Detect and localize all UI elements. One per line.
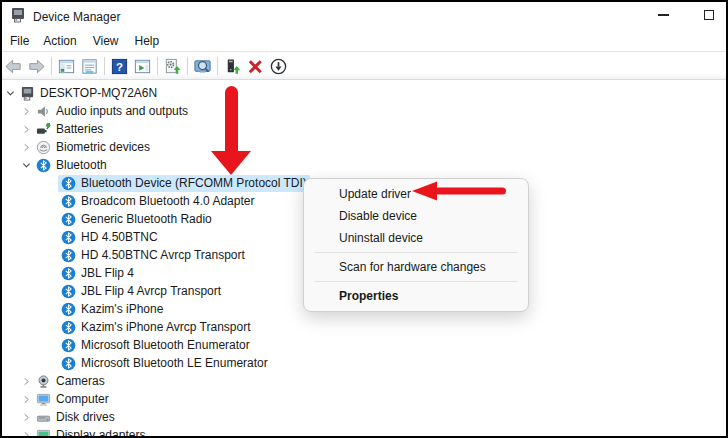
update-driver-icon[interactable] (221, 55, 244, 78)
tree-item[interactable]: Microsoft Bluetooth LE Enumerator (2, 354, 726, 372)
device-manager-window: Device Manager File Action View Help ? D… (0, 0, 728, 438)
tree-item-label: JBL Flip 4 Avrcp Transport (81, 284, 221, 298)
tree-item-label: HD 4.50BTNC Avrcp Transport (81, 248, 245, 262)
tree-item[interactable]: Audio inputs and outputs (2, 102, 726, 120)
tree-item-content: Microsoft Bluetooth LE Enumerator (58, 355, 271, 372)
tree-item-label: Biometric devices (56, 140, 150, 154)
bluetooth-icon (61, 212, 76, 227)
chevron-expanded-icon[interactable] (4, 87, 17, 100)
tree-item[interactable]: Kazim's iPhone Avrcp Transport (2, 318, 726, 336)
tree-item-content: Microsoft Bluetooth Enumerator (58, 337, 253, 354)
audio-icon (36, 104, 51, 119)
tree-item-label: Bluetooth (56, 158, 107, 172)
bluetooth-icon (61, 356, 76, 371)
tree-item-label: Display adapters (56, 428, 145, 436)
tree-item-content: JBL Flip 4 (58, 265, 137, 282)
tree-item-label: Generic Bluetooth Radio (81, 212, 212, 226)
context-menu-disable-device[interactable]: Disable device (304, 205, 528, 227)
menu-bar: File Action View Help (0, 30, 728, 52)
window-title: Device Manager (33, 10, 120, 24)
chevron-collapsed-icon[interactable] (20, 429, 33, 437)
menu-help[interactable]: Help (129, 32, 166, 50)
biometric-icon (36, 140, 51, 155)
maximize-icon (704, 10, 714, 20)
tree-item[interactable]: Display adapters (2, 426, 726, 436)
tree-item[interactable]: Batteries (2, 120, 726, 138)
forward-icon[interactable] (25, 55, 48, 78)
bluetooth-icon (61, 266, 76, 281)
toolbar-separator (157, 57, 158, 75)
context-menu-separator (314, 252, 518, 253)
tree-item[interactable]: Bluetooth (2, 156, 726, 174)
help-icon[interactable]: ? (108, 55, 131, 78)
camera-icon (36, 374, 51, 389)
bluetooth-icon (36, 158, 51, 173)
update-driver-software-icon[interactable] (161, 55, 184, 78)
tree-item[interactable]: Biometric devices (2, 138, 726, 156)
tree-item-content: Cameras (33, 373, 108, 390)
toolbar-separator (187, 57, 188, 75)
tree-item[interactable]: Computer (2, 390, 726, 408)
context-menu-uninstall-device[interactable]: Uninstall device (304, 227, 528, 249)
chevron-collapsed-icon[interactable] (20, 123, 33, 136)
minimize-icon (658, 14, 669, 16)
computer-root-icon (20, 86, 35, 101)
back-icon[interactable] (2, 55, 25, 78)
disable-device-icon[interactable] (267, 55, 290, 78)
tree-item-content: Bluetooth (33, 157, 110, 174)
tree-item[interactable]: DESKTOP-MQ72A6N (2, 84, 726, 102)
tree-item-label: HD 4.50BTNC (81, 230, 158, 244)
show-action-pane-icon[interactable] (131, 55, 154, 78)
chevron-collapsed-icon[interactable] (20, 375, 33, 388)
chevron-collapsed-icon[interactable] (20, 141, 33, 154)
scan-for-hardware-changes-icon[interactable] (191, 55, 214, 78)
context-menu-scan-hardware-changes[interactable]: Scan for hardware changes (304, 256, 528, 278)
chevron-collapsed-icon[interactable] (20, 105, 33, 118)
tree-item-content: Display adapters (33, 427, 148, 437)
context-menu-update-driver[interactable]: Update driver (304, 183, 528, 205)
bluetooth-icon (61, 320, 76, 335)
tree-item-content: Computer (33, 391, 112, 408)
tree-item[interactable]: Cameras (2, 372, 726, 390)
disk-icon (36, 410, 51, 425)
toolbar-separator (104, 57, 105, 75)
chevron-expanded-icon[interactable] (20, 159, 33, 172)
properties-icon[interactable] (78, 55, 101, 78)
menu-view[interactable]: View (87, 32, 125, 50)
tree-item-content: HD 4.50BTNC Avrcp Transport (58, 247, 248, 264)
title-bar: Device Manager (0, 0, 728, 30)
context-menu-properties[interactable]: Properties (304, 285, 528, 307)
bluetooth-icon (61, 230, 76, 245)
tree-item-selected: Bluetooth Device (RFCOMM Protocol TDI) (58, 175, 310, 192)
bluetooth-icon (61, 194, 76, 209)
tree-item-label: Microsoft Bluetooth LE Enumerator (81, 356, 268, 370)
bluetooth-icon (61, 284, 76, 299)
display-icon (36, 428, 51, 437)
uninstall-device-icon[interactable] (244, 55, 267, 78)
tree-item-content: Disk drives (33, 409, 118, 426)
bluetooth-icon (61, 302, 76, 317)
chevron-collapsed-icon[interactable] (20, 411, 33, 424)
menu-file[interactable]: File (4, 32, 35, 50)
tree-item-content: JBL Flip 4 Avrcp Transport (58, 283, 224, 300)
minimize-button[interactable] (642, 0, 684, 30)
tree-item-label: Disk drives (56, 410, 115, 424)
tree-item-label: Bluetooth Device (RFCOMM Protocol TDI) (81, 176, 307, 190)
menu-action[interactable]: Action (37, 32, 82, 50)
tree-item-label: JBL Flip 4 (81, 266, 134, 280)
maximize-button[interactable] (688, 0, 728, 30)
svg-text:?: ? (116, 60, 123, 72)
tree-item-content: Audio inputs and outputs (33, 103, 191, 120)
show-console-tree-icon[interactable] (55, 55, 78, 78)
tree-item-content: DESKTOP-MQ72A6N (17, 85, 160, 102)
tree-item-label: DESKTOP-MQ72A6N (40, 86, 157, 100)
tree-item-label: Batteries (56, 122, 103, 136)
bluetooth-icon (61, 176, 76, 191)
tree-item-content: Batteries (33, 121, 106, 138)
tree-item[interactable]: Microsoft Bluetooth Enumerator (2, 336, 726, 354)
toolbar-separator (51, 57, 52, 75)
tree-item-label: Microsoft Bluetooth Enumerator (81, 338, 250, 352)
tree-item[interactable]: Disk drives (2, 408, 726, 426)
tree-item-label: Kazim's iPhone Avrcp Transport (81, 320, 250, 334)
chevron-collapsed-icon[interactable] (20, 393, 33, 406)
